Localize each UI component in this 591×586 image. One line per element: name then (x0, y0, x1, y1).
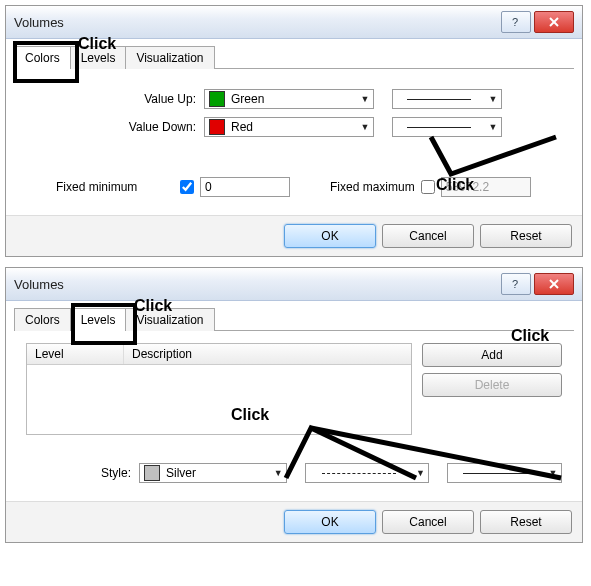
svg-text:?: ? (512, 17, 518, 27)
help-button[interactable]: ? (501, 273, 531, 295)
value-down-color-select[interactable]: Red ▼ (204, 117, 374, 137)
delete-button[interactable]: Delete (422, 373, 562, 397)
ok-button[interactable]: OK (284, 224, 376, 248)
tab-levels[interactable]: Levels (70, 46, 127, 69)
chevron-down-icon: ▼ (485, 94, 501, 104)
value-up-line-select[interactable]: ▼ (392, 89, 502, 109)
volumes-dialog-levels: Volumes ? Click Click Colors Levels Visu… (5, 267, 583, 543)
levels-table[interactable]: Level Description (26, 343, 412, 435)
reset-button[interactable]: Reset (480, 510, 572, 534)
chevron-down-icon: ▼ (485, 122, 501, 132)
fixed-min-input[interactable] (200, 177, 290, 197)
tab-strip: Colors Levels Visualization (6, 39, 582, 68)
close-button[interactable] (534, 273, 574, 295)
style-label: Style: (26, 466, 139, 480)
titlebar[interactable]: Volumes ? (6, 6, 582, 39)
col-level: Level (27, 344, 124, 364)
style-width-select[interactable]: ▼ (447, 463, 562, 483)
value-down-line-select[interactable]: ▼ (392, 117, 502, 137)
chevron-down-icon: ▼ (545, 468, 561, 478)
help-button[interactable]: ? (501, 11, 531, 33)
col-description: Description (124, 344, 200, 364)
style-pattern-select[interactable]: ▼ (305, 463, 429, 483)
fixed-min-checkbox[interactable] (180, 180, 194, 194)
chevron-down-icon: ▼ (412, 468, 428, 478)
fixed-max-label: Fixed maximum (330, 180, 415, 194)
value-down-label: Value Down: (26, 120, 204, 134)
ok-button[interactable]: OK (284, 510, 376, 534)
titlebar[interactable]: Volumes ? (6, 268, 582, 301)
tab-visualization[interactable]: Visualization (125, 308, 214, 331)
fixed-min-label: Fixed minimum (56, 180, 174, 194)
add-button[interactable]: Add (422, 343, 562, 367)
chevron-down-icon: ▼ (357, 94, 373, 104)
cancel-button[interactable]: Cancel (382, 224, 474, 248)
fixed-max-input[interactable] (441, 177, 531, 197)
swatch-silver (144, 465, 160, 481)
cancel-button[interactable]: Cancel (382, 510, 474, 534)
tab-levels[interactable]: Levels (70, 308, 127, 331)
tab-visualization[interactable]: Visualization (125, 46, 214, 69)
tab-colors[interactable]: Colors (14, 46, 71, 69)
chevron-down-icon: ▼ (270, 468, 286, 478)
style-color-select[interactable]: Silver ▼ (139, 463, 287, 483)
tab-colors[interactable]: Colors (14, 308, 71, 331)
value-up-color-select[interactable]: Green ▼ (204, 89, 374, 109)
window-title: Volumes (14, 15, 498, 30)
value-up-label: Value Up: (26, 92, 204, 106)
fixed-max-checkbox[interactable] (421, 180, 435, 194)
volumes-dialog-colors: Volumes ? Click Colors Levels Visualizat… (5, 5, 583, 257)
swatch-green (209, 91, 225, 107)
tab-strip: Colors Levels Visualization (6, 301, 582, 330)
window-title: Volumes (14, 277, 498, 292)
swatch-red (209, 119, 225, 135)
close-button[interactable] (534, 11, 574, 33)
svg-text:?: ? (512, 279, 518, 289)
chevron-down-icon: ▼ (357, 122, 373, 132)
reset-button[interactable]: Reset (480, 224, 572, 248)
